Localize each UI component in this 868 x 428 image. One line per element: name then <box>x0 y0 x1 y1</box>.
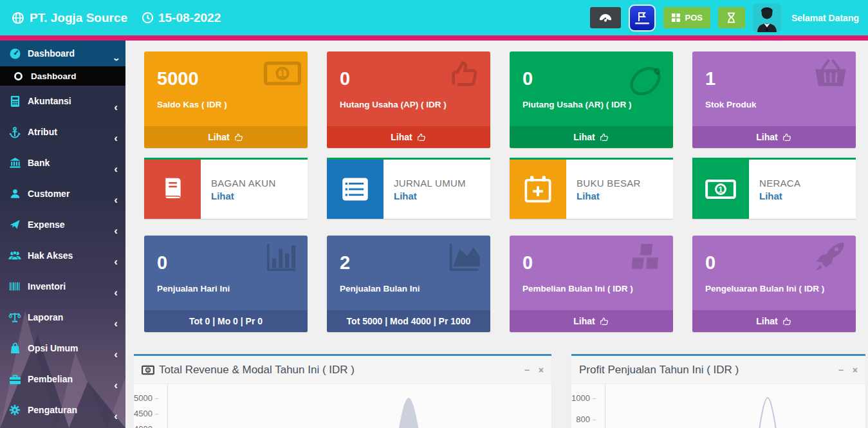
user-icon <box>8 187 21 200</box>
svg-text:1: 1 <box>280 68 286 79</box>
sidebar-subitem-dashboard[interactable]: Dashboard <box>0 66 125 86</box>
thumbs-up-icon <box>782 132 792 142</box>
lemon-icon <box>624 59 667 103</box>
grid-icon <box>671 13 681 23</box>
lihat-link[interactable]: Lihat <box>211 191 276 201</box>
shortcut-neraca: 1 NERACA Lihat <box>692 158 856 219</box>
brand[interactable]: PT. Jogja Source <box>12 11 127 25</box>
y-axis: 1000800 <box>571 384 601 428</box>
sidebar-item-pembelian[interactable]: Pembelian ‹ <box>0 364 125 395</box>
globe-icon <box>12 12 24 24</box>
current-date: 15-08-2022 <box>142 11 221 25</box>
chevron-left-icon: ‹ <box>114 225 118 236</box>
dashboard-shortcut-button[interactable] <box>590 7 621 28</box>
anchor-icon <box>8 126 21 138</box>
person-icon <box>754 5 780 32</box>
shortcut-title: BUKU BESAR <box>577 178 641 189</box>
thumbs-up-icon <box>234 132 244 142</box>
chevron-left-icon: ‹ <box>114 318 118 329</box>
chart-plot[interactable] <box>605 384 860 428</box>
stat-box-penjualan-bulan-ini: 2 Penjualan Bulan Ini Tot 5000 | Mod 400… <box>327 236 490 332</box>
chart-body: 500045004000 <box>134 384 551 428</box>
money-bill-icon: 1 <box>142 365 154 375</box>
bar-chart-icon <box>264 241 301 274</box>
stat-box-pembelian-bulan-ini: 0 Pembelian Bulan Ini ( IDR ) Lihat <box>510 236 673 332</box>
book-icon <box>144 160 201 219</box>
stat-label: Penjualan Bulan Ini <box>340 284 481 293</box>
stat-footer[interactable]: Tot 0 | Mo 0 | Pr 0 <box>144 310 308 332</box>
history-button[interactable] <box>718 7 745 28</box>
collapse-button[interactable]: − <box>524 365 530 375</box>
sidebar-item-opsi-umum[interactable]: Opsi Umum ‹ <box>0 333 125 364</box>
sidebar-item-expense[interactable]: Expense ‹ <box>0 209 125 240</box>
chart-plot[interactable] <box>167 384 546 428</box>
circle-o-icon <box>12 70 24 82</box>
chevron-left-icon: ‹ <box>114 163 118 174</box>
shortcut-jurnal-umum: JURNAL UMUM Lihat <box>327 158 490 219</box>
shortcut-buku-besar: BUKU BESAR Lihat <box>510 158 673 219</box>
lihat-link[interactable]: Lihat <box>394 191 466 201</box>
chevron-left-icon: ‹ <box>114 256 118 267</box>
clock-icon <box>142 12 154 24</box>
shortcut-title: BAGAN AKUN <box>211 178 276 189</box>
users-icon <box>8 249 21 262</box>
lihat-link[interactable]: Lihat <box>692 310 856 332</box>
lihat-link[interactable]: Lihat <box>327 126 490 148</box>
sidebar-item-hak-akses[interactable]: Hak Akses ‹ <box>0 240 125 271</box>
shopping-bag-icon <box>8 342 21 355</box>
user-avatar[interactable] <box>753 4 781 32</box>
top-navbar: PT. Jogja Source 15-08-2022 POS Selamat … <box>0 0 868 35</box>
lihat-link[interactable]: Lihat <box>144 126 308 148</box>
date-label: 15-08-2022 <box>158 11 221 25</box>
sidebar-item-dashboard[interactable]: Dashboard ‹ <box>0 41 125 66</box>
sidebar-item-inventori[interactable]: Inventori ‹ <box>0 271 125 302</box>
collapse-button[interactable]: − <box>838 365 844 375</box>
close-button[interactable]: × <box>539 365 544 375</box>
chevron-left-icon: ‹ <box>114 133 118 144</box>
welcome-text: Selamat Datang <box>791 13 859 23</box>
chevron-left-icon: ‹ <box>114 411 118 422</box>
stat-box-stok-produk: 1 Stok Produk Lihat <box>692 51 856 148</box>
lihat-link[interactable]: Lihat <box>577 191 641 201</box>
stat-box-pengeluaran-bulan-ini: 0 Pengeluaran Bulan Ini ( IDR ) Lihat <box>692 236 856 332</box>
thumbs-up-icon <box>782 316 792 326</box>
stat-footer[interactable]: Tot 5000 | Mod 4000 | Pr 1000 <box>327 310 490 332</box>
sidebar-item-bank[interactable]: Bank ‹ <box>0 147 125 178</box>
lihat-link[interactable]: Lihat <box>510 126 673 148</box>
app-icon[interactable] <box>629 5 656 32</box>
chevron-left-icon: ‹ <box>114 102 118 113</box>
sidebar: Dashboard ‹ Dashboard Akuntansi ‹ Atribu… <box>0 41 125 428</box>
stat-box-penjualan-hari-ini: 0 Penjualan Hari Ini Tot 0 | Mo 0 | Pr 0 <box>144 236 308 332</box>
chevron-left-icon: ‹ <box>114 380 118 391</box>
stat-box-saldo-kas: 5000 Saldo Kas ( IDR ) 1 Lihat <box>144 51 308 148</box>
panel-title: 1 Total Revenue & Modal Tahun Ini ( IDR … <box>142 364 355 377</box>
svg-text:1: 1 <box>147 368 149 372</box>
sidebar-item-pengaturan[interactable]: Pengaturan ‹ <box>0 395 125 425</box>
chart-body: 1000800 <box>571 384 865 428</box>
paper-plane-icon <box>8 218 21 231</box>
sidebar-item-laporan[interactable]: Laporan ‹ <box>0 302 125 333</box>
calendar-plus-icon <box>510 160 566 219</box>
sidebar-item-customer[interactable]: Customer ‹ <box>0 178 125 209</box>
money-bill-icon: 1 <box>264 57 301 90</box>
thumbs-up-icon <box>447 57 484 90</box>
sidebar-item-akuntansi[interactable]: Akuntansi ‹ <box>0 86 125 116</box>
panel-total-revenue: 1 Total Revenue & Modal Tahun Ini ( IDR … <box>134 354 551 428</box>
content-area: 5000 Saldo Kas ( IDR ) 1 Lihat 0 Hutang … <box>125 41 868 428</box>
pos-button[interactable]: POS <box>663 7 710 28</box>
close-button[interactable]: × <box>853 365 858 375</box>
hourglass-icon <box>726 12 736 23</box>
gear-icon <box>8 404 21 416</box>
lihat-link[interactable]: Lihat <box>759 191 800 201</box>
list-alt-icon <box>327 160 383 219</box>
stat-label: Saldo Kas ( IDR ) <box>157 100 299 109</box>
sidebar-item-atribut[interactable]: Atribut ‹ <box>0 116 125 147</box>
accent-bar <box>0 35 868 41</box>
y-axis: 500045004000 <box>134 384 163 428</box>
stat-label: Hutang Usaha (AP) ( IDR ) <box>340 100 481 109</box>
lihat-link[interactable]: Lihat <box>510 310 673 332</box>
stat-label: Pengeluaran Bulan Ini ( IDR ) <box>705 284 847 293</box>
thumbs-up-icon <box>599 316 609 326</box>
lihat-link[interactable]: Lihat <box>692 126 856 148</box>
app-icon-label <box>634 22 650 24</box>
